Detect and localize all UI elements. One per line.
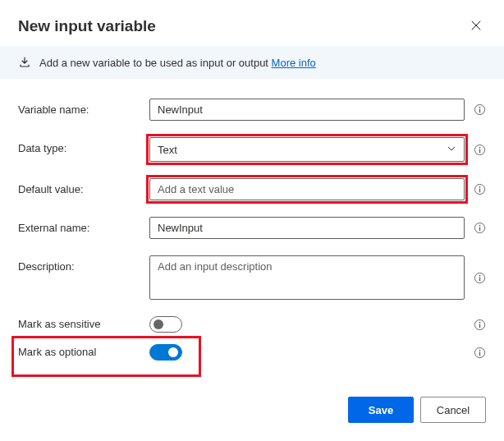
label-external-name: External name: (18, 217, 149, 234)
svg-rect-5 (479, 149, 479, 153)
label-variable-name: Variable name: (18, 99, 149, 116)
row-optional: Mark as optional (18, 344, 486, 361)
dialog-footer: Save Cancel (0, 385, 504, 441)
info-icon[interactable] (473, 318, 486, 331)
info-bar-text: Add a new variable to be used as input o… (39, 57, 316, 69)
label-sensitive: Mark as sensitive (18, 316, 149, 330)
variable-name-input[interactable] (149, 99, 465, 121)
svg-point-16 (479, 321, 480, 323)
row-data-type: Data type: Text (18, 137, 486, 162)
info-icon[interactable] (473, 271, 486, 284)
svg-point-19 (479, 349, 480, 351)
row-description: Description: (18, 255, 486, 300)
svg-rect-11 (479, 227, 479, 232)
row-default-value: Default value: (18, 178, 486, 200)
import-icon (18, 56, 31, 69)
label-data-type: Data type: (18, 137, 149, 154)
mark-optional-toggle[interactable] (149, 344, 182, 361)
dialog-title: New input variable (18, 17, 156, 35)
data-type-select[interactable]: Text (149, 137, 465, 162)
label-description: Description: (18, 255, 149, 273)
chevron-down-icon (447, 144, 456, 156)
label-default-value: Default value: (18, 178, 149, 195)
label-optional: Mark as optional (18, 344, 149, 358)
info-icon[interactable] (473, 222, 486, 235)
save-button[interactable]: Save (348, 397, 414, 423)
external-name-input[interactable] (149, 217, 465, 239)
default-value-input[interactable] (149, 178, 465, 200)
more-info-link[interactable]: More info (272, 57, 316, 69)
svg-point-10 (479, 225, 480, 227)
row-variable-name: Variable name: (18, 99, 486, 121)
svg-point-7 (479, 186, 480, 188)
info-icon[interactable] (473, 183, 486, 196)
toggle-knob (168, 347, 178, 357)
svg-rect-14 (479, 277, 479, 281)
info-bar: Add a new variable to be used as input o… (0, 46, 504, 79)
mark-sensitive-toggle[interactable] (149, 316, 182, 333)
dialog-header: New input variable (0, 0, 504, 46)
info-icon[interactable] (473, 143, 486, 156)
description-input[interactable] (149, 255, 465, 300)
svg-point-13 (479, 274, 480, 276)
svg-point-1 (479, 107, 480, 108)
row-external-name: External name: (18, 217, 486, 239)
svg-rect-8 (479, 189, 479, 193)
close-icon (470, 20, 482, 34)
svg-rect-20 (479, 351, 479, 356)
cancel-button[interactable]: Cancel (420, 397, 486, 423)
toggle-knob (153, 319, 163, 329)
row-sensitive: Mark as sensitive (18, 316, 486, 333)
new-input-variable-dialog: New input variable Add a new variable to… (0, 0, 504, 441)
form-body: Variable name: Data type: Text (0, 79, 504, 385)
svg-point-4 (479, 146, 480, 148)
info-icon[interactable] (473, 103, 486, 117)
data-type-value: Text (158, 144, 177, 156)
info-icon[interactable] (473, 346, 486, 359)
svg-rect-17 (479, 324, 479, 328)
close-button[interactable] (466, 16, 486, 36)
svg-rect-2 (479, 109, 479, 113)
